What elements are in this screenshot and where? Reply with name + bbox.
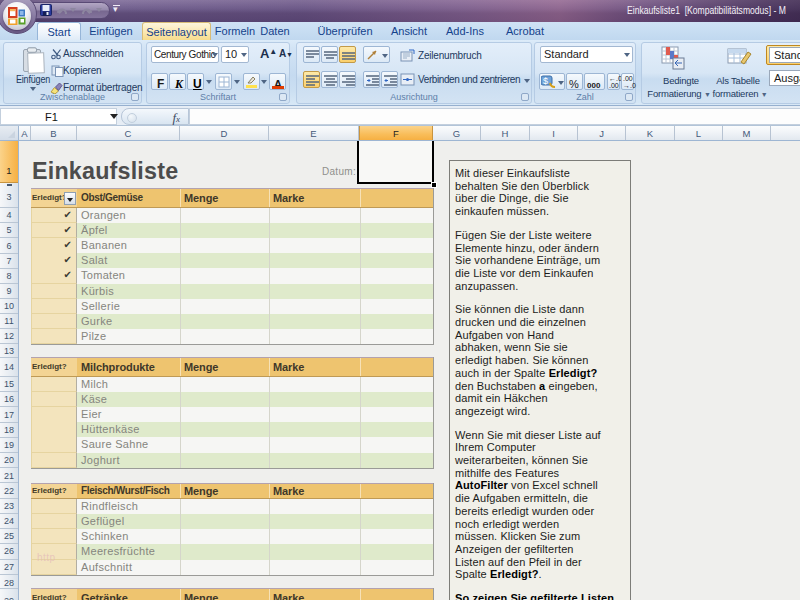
svg-text:$: $ [543,76,548,86]
